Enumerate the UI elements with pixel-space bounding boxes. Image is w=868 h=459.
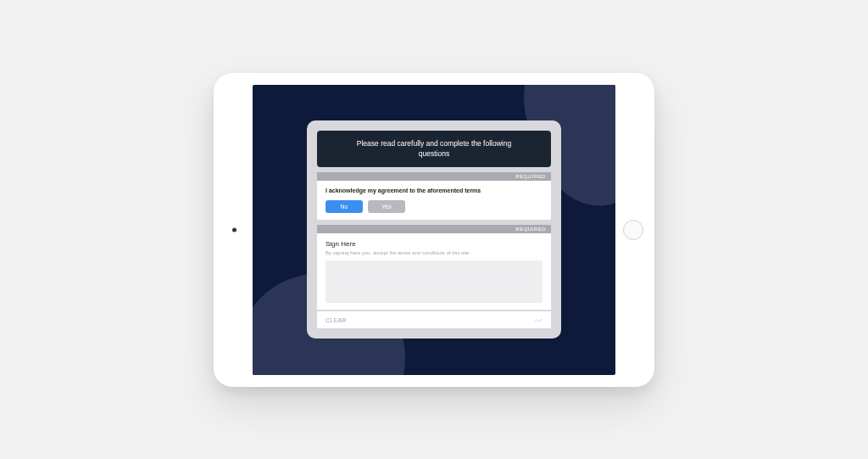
signature-title: Sign Here (326, 240, 542, 248)
answer-yes-button[interactable]: Yes (368, 200, 405, 213)
answer-options: No Yes (326, 200, 542, 213)
app-screen: Please read carefully and complete the f… (253, 85, 615, 375)
clear-signature-button[interactable]: CLEAR (326, 317, 347, 323)
questionnaire-modal: Please read carefully and complete the f… (307, 120, 561, 339)
signature-block: REQUIRED Sign Here By signing here you, … (317, 225, 551, 328)
required-badge: REQUIRED (317, 172, 551, 181)
question-prompt: I acknowledge my agreement to the aforem… (326, 188, 542, 193)
answer-no-button[interactable]: No (326, 200, 363, 213)
required-badge: REQUIRED (317, 225, 551, 233)
signature-pad[interactable] (326, 260, 542, 303)
pen-icon (534, 316, 542, 323)
question-body: I acknowledge my agreement to the aforem… (317, 181, 551, 220)
signature-hint: By signing here you, accept the terms an… (326, 250, 542, 255)
signature-body: Sign Here By signing here you, accept th… (317, 233, 551, 310)
tablet-frame: Please read carefully and complete the f… (214, 73, 654, 387)
home-button[interactable] (623, 220, 643, 240)
signature-footer: CLEAR (317, 311, 551, 328)
modal-header: Please read carefully and complete the f… (317, 131, 551, 168)
camera-dot (232, 227, 236, 232)
acknowledge-question-block: REQUIRED I acknowledge my agreement to t… (317, 172, 551, 220)
